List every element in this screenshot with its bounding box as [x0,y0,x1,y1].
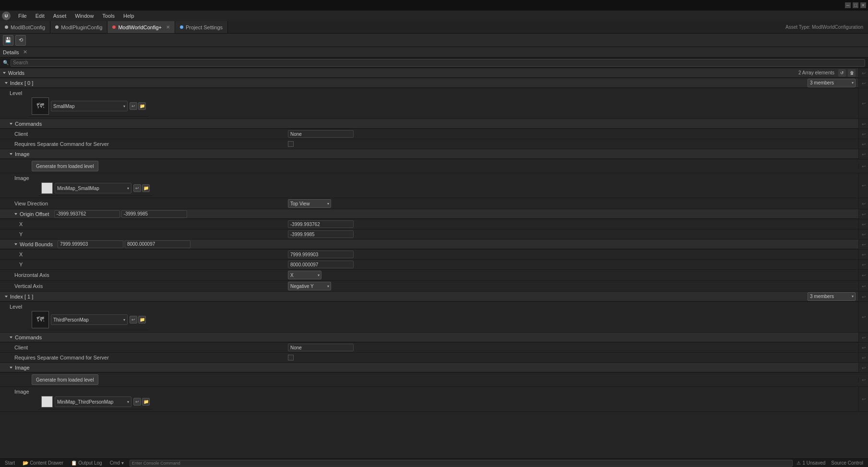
horizontal-axis-dropdown-wrap[interactable]: X [288,271,321,279]
image-open-btn[interactable]: 📁 [142,184,150,192]
image-reset-btn[interactable]: ↩ [858,149,868,159]
origin-offset-reset-btn[interactable]: ↩ [858,209,868,219]
client-input[interactable] [288,130,354,138]
index1-level-reset-btn[interactable]: ↩ [858,302,868,332]
index1-commands-reset-btn[interactable]: ↩ [858,333,868,342]
close-button[interactable]: ✕ [860,2,866,8]
world-bounds-reset-btn[interactable]: ↩ [858,239,868,249]
index1-level-browse-btn[interactable]: ↩ [130,316,137,323]
menu-help[interactable]: Help [119,12,138,20]
tab-projectsettings[interactable]: Project Settings [175,21,228,33]
index1-level-open-btn[interactable]: 📁 [138,316,146,323]
source-control-btn[interactable]: Source Control [829,460,865,466]
origin-x-reset-btn[interactable]: ↩ [858,219,868,229]
search-input[interactable] [11,59,865,67]
image-prop-label: Image [0,175,288,181]
index1-generate-button[interactable]: Generate from loaded level [32,374,98,385]
level-reset-btn[interactable]: ↩ [858,88,868,119]
world-bounds-y-input[interactable] [125,240,190,248]
vertical-axis-value: Negative Y [288,281,858,291]
console-command-input[interactable] [130,460,793,467]
generate-row-reset[interactable]: ↩ [858,164,868,169]
menu-window[interactable]: Window [71,12,97,20]
details-panel: Details ✕ 🔍 Worlds 2 Array elements ↺ 🗑 [0,47,868,458]
cmd-btn[interactable]: Cmd ▾ [108,460,126,466]
requires-separate-reset-btn[interactable]: ↩ [858,139,868,149]
index1-image-selector[interactable]: MiniMap_ThirdPersonMap ▾ [55,396,131,407]
requires-separate-checkbox[interactable] [288,141,294,147]
vertical-axis-dropdown-wrap[interactable]: Negative Y [288,282,331,290]
index1-client-row: Client ↩ [0,343,868,353]
level-open-btn[interactable]: 📁 [138,102,146,110]
index1-image-open-btn[interactable]: 📁 [142,398,150,406]
world-bounds-x-single[interactable] [288,251,354,258]
index1-image-browse-btn[interactable]: ↩ [133,398,141,406]
world-bounds-x-input[interactable] [58,240,123,248]
output-log-btn[interactable]: 📋 Output Log [69,460,104,466]
client-reset-btn[interactable]: ↩ [858,129,868,139]
history-button[interactable]: ⟲ [15,35,26,46]
menu-file[interactable]: File [14,12,31,20]
tab-bar: ModlBotConfig ModlPluginConfig ModlWorld… [0,21,868,34]
horizontal-axis-reset-btn[interactable]: ↩ [858,270,868,280]
menu-tools[interactable]: Tools [98,12,119,20]
minimize-button[interactable]: ─ [845,2,851,8]
tab-dot [180,25,183,29]
index1-requires-reset-btn[interactable]: ↩ [858,353,868,362]
tab-modlworldconfig[interactable]: ModlWorldConfig+ ✕ [107,21,175,33]
index1-level-selector[interactable]: ThirdPersonMap ▾ [51,314,128,325]
tab-label: Project Settings [186,24,223,30]
index1-reset-btn[interactable]: ↩ [858,292,868,301]
image-browse-btn[interactable]: ↩ [133,184,141,192]
level-selector[interactable]: SmallMap ▾ [51,101,128,111]
generate-button[interactable]: Generate from loaded level [32,161,98,171]
view-direction-dropdown[interactable]: Top View [288,199,331,208]
origin-offset-x-input[interactable] [54,210,120,218]
scroll-content[interactable]: Worlds 2 Array elements ↺ 🗑 ↩ Index [ 0 … [0,68,868,458]
members-dropdown[interactable]: 3 members [808,79,856,87]
vertical-axis-dropdown[interactable]: Negative Y [288,282,331,290]
array-delete-btn[interactable]: 🗑 [848,69,856,77]
index1-label: Index [ 1 ] [10,294,33,299]
index1-client-reset-btn[interactable]: ↩ [858,343,868,352]
origin-y-reset-btn[interactable]: ↩ [858,229,868,239]
level-browse-btn[interactable]: ↩ [130,102,137,110]
commands-reset-btn[interactable]: ↩ [858,119,868,129]
tab-modlpluginconfig[interactable]: ModlPluginConfig [50,21,107,33]
content-drawer-btn[interactable]: 📂 Content Drawer [21,460,65,466]
horizontal-axis-dropdown[interactable]: X [288,271,321,279]
world-bounds-x-reset-btn[interactable]: ↩ [858,250,868,259]
world-bounds-y-reset-btn[interactable]: ↩ [858,260,868,269]
tab-close-icon[interactable]: ✕ [166,24,170,30]
start-button[interactable]: Start [3,460,17,466]
members-dropdown-wrap[interactable]: 3 members [808,79,856,87]
tab-modbotconfig[interactable]: ModlBotConfig [0,21,50,33]
index1-image-reset-btn[interactable]: ↩ [858,363,868,372]
index1-level-thumb: 🗺 [32,311,49,328]
world-bounds-y-single[interactable] [288,261,354,268]
index0-reset-btn[interactable]: ↩ [858,78,868,88]
index1-requires-checkbox[interactable] [288,355,294,360]
index1-client-input[interactable] [288,344,354,351]
index1-generate-reset[interactable]: ↩ [858,377,868,383]
index1-image-asset-reset-btn[interactable]: ↩ [858,387,868,411]
window-controls[interactable]: ─ □ ✕ [845,2,866,8]
menu-asset[interactable]: Asset [49,12,71,20]
image-asset-selector[interactable]: MiniMap_SmallMap ▾ [55,183,131,193]
save-button[interactable]: 💾 [3,35,13,46]
index1-members-dropdown-wrap[interactable]: 3 members [808,292,856,301]
origin-x-single-input[interactable] [288,220,354,228]
details-close-icon[interactable]: ✕ [23,49,27,55]
index1-members-dropdown[interactable]: 3 members [808,292,856,301]
view-direction-reset-btn[interactable]: ↩ [858,198,868,209]
menu-edit[interactable]: Edit [32,12,48,20]
restore-button[interactable]: □ [853,2,858,8]
worlds-reset-btn[interactable]: ↩ [858,68,868,78]
origin-offset-y-input[interactable] [121,210,187,218]
image-section-header: Image ↩ [0,149,868,159]
image-asset-reset-btn[interactable]: ↩ [858,173,868,198]
origin-y-single-input[interactable] [288,230,354,238]
view-direction-dropdown-wrap[interactable]: Top View [288,199,331,208]
array-reset-btn[interactable]: ↺ [838,69,846,77]
vertical-axis-reset-btn[interactable]: ↩ [858,281,868,291]
